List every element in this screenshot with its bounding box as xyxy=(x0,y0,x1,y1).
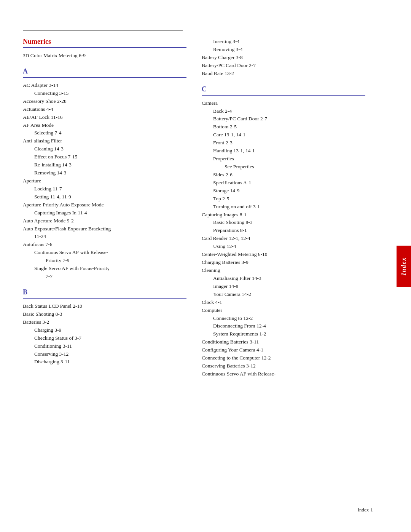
list-item: Top 2-5 xyxy=(213,195,365,203)
page-container: Numerics 3D Color Matrix Metering 6-9 A … xyxy=(0,0,411,532)
list-item: Properties xyxy=(213,155,365,163)
index-tab: Index xyxy=(397,245,411,286)
list-item: Capturing Images In 11-4 xyxy=(34,209,186,217)
list-item: Inserting 3-4 xyxy=(213,38,365,46)
list-item: Basic Shooting 8-3 xyxy=(23,310,186,318)
left-column: Numerics 3D Color Matrix Metering 6-9 A … xyxy=(23,38,186,386)
a-header: A xyxy=(23,67,186,75)
list-item: 11-24 xyxy=(34,233,186,241)
content-wrapper: Numerics 3D Color Matrix Metering 6-9 A … xyxy=(23,38,388,386)
list-item: Locking 11-7 xyxy=(34,185,186,193)
list-item: Cleaning 14-3 xyxy=(34,145,186,153)
list-item: Your Camera 14-2 xyxy=(213,291,365,299)
list-item: Baud Rate 13-2 xyxy=(202,70,365,78)
list-item: Basic Shooting 8-3 xyxy=(213,219,365,227)
a-section: A AC Adapter 3-14 Connecting 3-15 Access… xyxy=(23,67,186,281)
list-item: Accessory Shoe 2-28 xyxy=(23,97,186,105)
list-item: Anti-aliasing Filter xyxy=(23,137,186,145)
list-item: Connecting to the Computer 12-2 xyxy=(202,354,365,362)
c-section: C Camera Back 2-4 Battery/PC Card Door 2… xyxy=(202,85,365,378)
list-item: Handling 13-1, 14-1 xyxy=(213,147,365,155)
list-item: Continuous Servo AF with Release- xyxy=(34,249,186,257)
list-item: Connecting to 12-2 xyxy=(213,315,365,323)
batteries-continued: Inserting 3-4 Removing 3-4 Battery Charg… xyxy=(202,38,365,78)
list-item: Auto Aperture Mode 9-2 xyxy=(23,217,186,225)
list-item: Selecting 7-4 xyxy=(34,129,186,137)
list-item: Battery/PC Card Door 2-7 xyxy=(202,62,365,70)
list-item: Charging Batteries 3-9 xyxy=(202,259,365,267)
list-item: Removing 14-3 xyxy=(34,169,186,177)
list-item: System Requirements 1-2 xyxy=(213,330,365,338)
b-section: B Back Status LCD Panel 2-10 Basic Shoot… xyxy=(23,288,186,366)
list-item: Connecting 3-15 xyxy=(34,89,186,97)
list-item: Checking Status of 3-7 xyxy=(34,334,186,342)
a-divider xyxy=(23,77,186,78)
numerics-section: Numerics 3D Color Matrix Metering 6-9 xyxy=(23,38,186,60)
list-item: Camera xyxy=(202,99,365,107)
c-header: C xyxy=(202,85,365,93)
list-item: Back Status LCD Panel 2-10 xyxy=(23,302,186,310)
numerics-header: Numerics xyxy=(23,38,186,46)
top-rule xyxy=(23,30,183,31)
list-item: AC Adapter 3-14 xyxy=(23,81,186,89)
list-item: 7-7 xyxy=(46,273,186,281)
list-item: Effect on Focus 7-15 xyxy=(34,153,186,161)
list-item: Conserving 3-12 xyxy=(34,350,186,358)
list-item: Bottom 2-5 xyxy=(213,123,365,131)
list-item: Back 2-4 xyxy=(213,107,365,115)
list-item: See Properties xyxy=(225,163,365,171)
list-item: 3D Color Matrix Metering 6-9 xyxy=(23,52,186,60)
list-item: Sides 2-6 xyxy=(213,171,365,179)
list-item: AF Area Mode xyxy=(23,121,186,129)
list-item: Auto Exposure/Flash Exposure Bracketing xyxy=(23,225,186,233)
list-item: Single Servo AF with Focus-Priority xyxy=(34,265,186,273)
list-item: Center-Weighted Metering 6-10 xyxy=(202,251,365,259)
list-item: Discharging 3-11 xyxy=(34,358,186,366)
page-number: Index-1 xyxy=(358,507,373,513)
list-item: Card Reader 12-1, 12-4 xyxy=(202,235,365,243)
list-item: Charging 3-9 xyxy=(34,326,186,334)
list-item: Clock 4-1 xyxy=(202,299,365,307)
list-item: Disconnecting From 12-4 xyxy=(213,322,365,330)
page-footer: Index-1 xyxy=(358,507,373,513)
list-item: Conditioning Batteries 3-11 xyxy=(202,338,365,346)
list-item: Care 13-1, 14-1 xyxy=(213,131,365,139)
list-item: Capturing Images 8-1 xyxy=(202,211,365,219)
list-item: Aperture-Priority Auto Exposure Mode xyxy=(23,201,186,209)
list-item: Autofocus 7-6 xyxy=(23,241,186,249)
list-item: Conditioning 3-11 xyxy=(34,342,186,350)
list-item: Storage 14-9 xyxy=(213,187,365,195)
list-item: Using 12-4 xyxy=(213,243,365,251)
list-item: Continuous Servo AF with Release- xyxy=(202,370,365,378)
list-item: Aperture xyxy=(23,177,186,185)
right-column: Inserting 3-4 Removing 3-4 Battery Charg… xyxy=(202,38,365,386)
list-item: Antialiasing Filter 14-3 xyxy=(213,275,365,283)
list-item: Preparations 8-1 xyxy=(213,227,365,235)
list-item: Battery/PC Card Door 2-7 xyxy=(213,115,365,123)
list-item: Specifications A-1 xyxy=(213,179,365,187)
list-item: Turning on and off 3-1 xyxy=(213,203,365,211)
b-divider xyxy=(23,298,186,299)
list-item: Actuations 4-4 xyxy=(23,105,186,113)
list-item: Front 2-3 xyxy=(213,139,365,147)
list-item: AE/AF Lock 11-16 xyxy=(23,113,186,121)
list-item: Conserving Batteries 3-12 xyxy=(202,362,365,370)
list-item: Re-installing 14-3 xyxy=(34,161,186,169)
list-item: Setting 11-4, 11-9 xyxy=(34,193,186,201)
list-item: Priority 7-9 xyxy=(46,257,186,265)
list-item: Computer xyxy=(202,307,365,315)
list-item: Imager 14-8 xyxy=(213,283,365,291)
list-item: Configuring Your Camera 4-1 xyxy=(202,346,365,354)
b-header: B xyxy=(23,288,186,296)
list-item: Batteries 3-2 xyxy=(23,318,186,326)
numerics-divider xyxy=(23,47,186,48)
list-item: Battery Charger 3-8 xyxy=(202,54,365,62)
list-item: Removing 3-4 xyxy=(213,46,365,54)
c-divider xyxy=(202,95,365,96)
list-item: Cleaning xyxy=(202,267,365,275)
